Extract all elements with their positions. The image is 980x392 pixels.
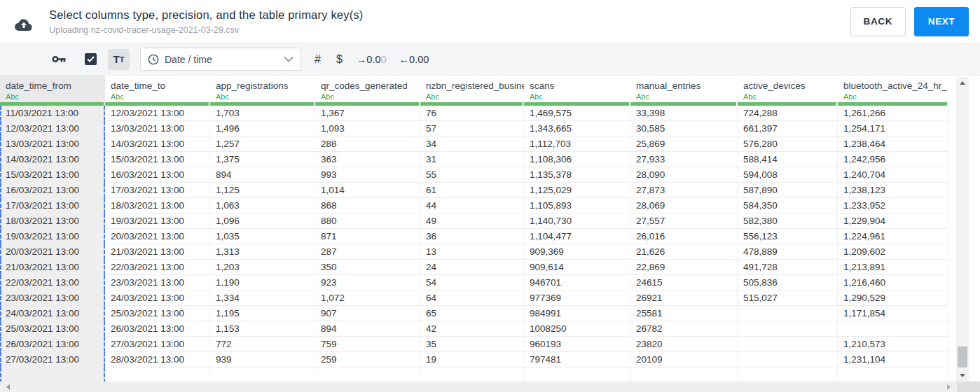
table-cell[interactable]: 1,290,529 <box>838 290 948 306</box>
table-cell[interactable]: 44 <box>420 198 524 214</box>
table-cell[interactable]: 923 <box>315 275 420 290</box>
table-cell[interactable]: 1,153 <box>210 321 315 337</box>
table-cell[interactable]: 26782 <box>630 321 738 337</box>
table-cell[interactable]: 27/03/2021 13:00 <box>0 352 105 368</box>
scroll-down-arrow-icon[interactable] <box>960 374 965 377</box>
table-cell[interactable]: 1,216,460 <box>838 275 948 290</box>
table-cell[interactable]: 23/03/2021 13:00 <box>105 275 210 290</box>
table-cell[interactable]: 27,873 <box>630 183 738 198</box>
table-cell[interactable]: 556,123 <box>738 229 838 244</box>
table-cell[interactable]: 582,380 <box>738 214 838 229</box>
table-cell[interactable]: 661,397 <box>738 121 838 136</box>
column-header-date_time_to[interactable]: date_time_toAbc <box>105 76 210 106</box>
table-cell[interactable]: 1,063 <box>210 198 315 214</box>
table-cell[interactable]: 1,072 <box>315 290 420 306</box>
table-cell[interactable]: 19/03/2021 13:00 <box>0 229 105 244</box>
text-type-button[interactable]: TT <box>108 49 130 70</box>
table-cell[interactable]: 287 <box>315 244 420 260</box>
table-cell[interactable]: 13/03/2021 13:00 <box>105 121 210 136</box>
table-cell[interactable]: 505,836 <box>738 275 838 290</box>
table-cell[interactable]: 724,288 <box>738 106 838 121</box>
table-cell[interactable]: 1,469,575 <box>524 106 630 121</box>
table-cell[interactable]: 1,313 <box>210 244 315 260</box>
table-cell[interactable]: 1,093 <box>315 121 420 136</box>
column-header-active_devices[interactable]: active_devicesAbc <box>738 76 838 106</box>
table-cell[interactable]: 55 <box>420 167 524 183</box>
table-cell[interactable]: 288 <box>315 136 420 152</box>
column-header-manual_entries[interactable]: manual_entriesAbc <box>630 76 738 106</box>
column-header-nzbn_registered_busine[interactable]: nzbn_registered_busineAbc <box>420 76 524 106</box>
table-cell[interactable]: 31 <box>420 152 524 167</box>
table-cell[interactable]: 12/03/2021 13:00 <box>0 121 105 136</box>
table-cell[interactable]: 1,343,665 <box>524 121 630 136</box>
table-cell[interactable]: 576,280 <box>738 136 838 152</box>
table-cell[interactable]: 16/03/2021 13:00 <box>0 183 105 198</box>
table-cell[interactable]: 259 <box>315 352 420 368</box>
decrease-decimal-button[interactable]: →0.00 <box>357 54 387 65</box>
table-cell[interactable]: 977369 <box>524 290 630 306</box>
table-cell[interactable]: 54 <box>420 275 524 290</box>
table-cell[interactable]: 1,112,703 <box>524 136 630 152</box>
table-cell[interactable]: 350 <box>315 260 420 275</box>
table-cell[interactable]: 1,105,893 <box>524 198 630 214</box>
scroll-up-arrow-icon[interactable] <box>960 81 965 85</box>
number-type-button[interactable]: # <box>315 53 321 66</box>
table-cell[interactable]: 24/03/2021 13:00 <box>105 290 210 306</box>
table-cell[interactable]: 993 <box>315 167 420 183</box>
table-cell[interactable]: 1,254,171 <box>838 121 948 136</box>
table-cell[interactable]: 1,035 <box>210 229 315 244</box>
table-cell[interactable]: 907 <box>315 306 420 321</box>
table-cell[interactable]: 939 <box>210 352 315 368</box>
table-cell[interactable]: 587,890 <box>738 183 838 198</box>
table-cell[interactable]: 28,069 <box>630 198 738 214</box>
table-cell[interactable]: 1,203 <box>210 260 315 275</box>
column-header-qr_codes_generated[interactable]: qr_codes_generatedAbc <box>315 76 420 106</box>
table-cell[interactable]: 1,210,573 <box>838 337 948 352</box>
column-header-bluetooth_active_24_hr_[interactable]: bluetooth_active_24_hr_Abc <box>838 76 948 106</box>
table-cell[interactable]: 1,104,477 <box>524 229 630 244</box>
table-cell[interactable]: 76 <box>420 106 524 121</box>
table-cell[interactable]: 24/03/2021 13:00 <box>0 306 105 321</box>
table-cell[interactable]: 25581 <box>630 306 738 321</box>
table-cell[interactable]: 1,242,956 <box>838 152 948 167</box>
table-cell[interactable]: 14/03/2021 13:00 <box>0 152 105 167</box>
table-cell[interactable]: 19 <box>420 352 524 368</box>
currency-type-button[interactable]: $ <box>336 53 343 66</box>
table-cell[interactable]: 26921 <box>630 290 738 306</box>
table-cell[interactable]: 1,209,602 <box>838 244 948 260</box>
table-cell[interactable]: 515,027 <box>738 290 838 306</box>
table-cell[interactable]: 24615 <box>630 275 738 290</box>
table-cell[interactable]: 1,171,854 <box>838 306 948 321</box>
table-cell[interactable]: 20109 <box>630 352 738 368</box>
table-cell[interactable]: 21,626 <box>630 244 738 260</box>
table-cell[interactable]: 26/03/2021 13:00 <box>105 321 210 337</box>
table-cell[interactable]: 1,096 <box>210 214 315 229</box>
table-cell[interactable]: 1,240,704 <box>838 167 948 183</box>
table-cell[interactable]: 22,869 <box>630 260 738 275</box>
table-cell[interactable]: 584,350 <box>738 198 838 214</box>
table-cell[interactable] <box>738 321 838 337</box>
table-cell[interactable]: 1,231,104 <box>838 352 948 368</box>
table-cell[interactable]: 909,614 <box>524 260 630 275</box>
table-cell[interactable] <box>738 337 838 352</box>
table-cell[interactable]: 33,398 <box>630 106 738 121</box>
table-cell[interactable]: 909,369 <box>524 244 630 260</box>
table-cell[interactable]: 1,125 <box>210 183 315 198</box>
table-cell[interactable]: 894 <box>315 321 420 337</box>
table-cell[interactable]: 11/03/2021 13:00 <box>0 106 105 121</box>
table-cell[interactable]: 36 <box>420 229 524 244</box>
table-cell[interactable]: 1,375 <box>210 152 315 167</box>
table-cell[interactable] <box>838 321 948 337</box>
primary-key-checkbox[interactable] <box>85 53 97 65</box>
table-cell[interactable]: 772 <box>210 337 315 352</box>
next-button[interactable]: NEXT <box>914 7 969 36</box>
table-cell[interactable]: 26,016 <box>630 229 738 244</box>
table-cell[interactable]: 1,496 <box>210 121 315 136</box>
table-cell[interactable]: 363 <box>315 152 420 167</box>
table-cell[interactable]: 57 <box>420 121 524 136</box>
table-cell[interactable]: 1,238,464 <box>838 136 948 152</box>
table-cell[interactable]: 960193 <box>524 337 630 352</box>
column-type-select[interactable]: Date / time <box>140 48 301 71</box>
table-cell[interactable]: 984991 <box>524 306 630 321</box>
table-cell[interactable]: 1,334 <box>210 290 315 306</box>
